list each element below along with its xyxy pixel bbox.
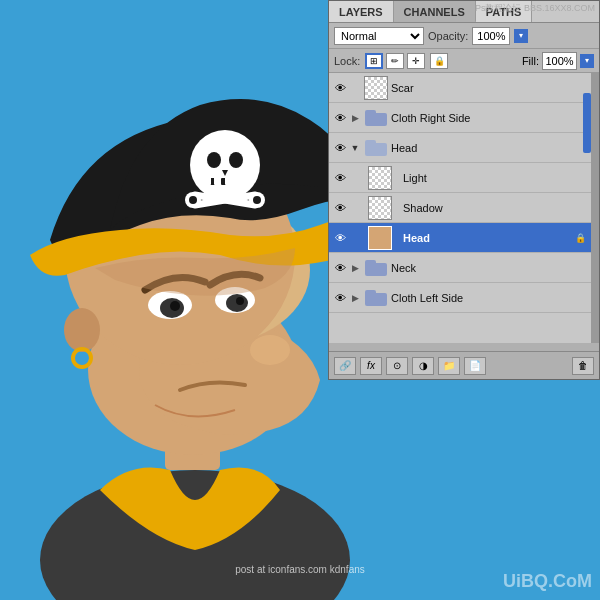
mask-icon[interactable]: ⊙ [386, 357, 408, 375]
layer-name-neck: Neck [391, 262, 589, 274]
layer-name-head: Head [395, 232, 574, 244]
svg-point-29 [250, 335, 290, 365]
lock-indicator-head: 🔒 [574, 232, 586, 244]
lock-pixels-icon[interactable]: ✏ [386, 53, 404, 69]
layers-panel: LAYERS CHANNELS PATHS Normal Opacity: ▾ … [328, 0, 600, 380]
expand-arrow-neck[interactable]: ▶ [349, 262, 361, 274]
visibility-icon-head[interactable]: 👁 [331, 229, 349, 247]
fill-label: Fill: [522, 55, 539, 67]
layer-name-cloth-left: Cloth Left Side [391, 292, 589, 304]
lock-label: Lock: [334, 55, 360, 67]
folder-icon-cloth-right [365, 110, 387, 126]
folder-icon-cloth-left [365, 290, 387, 306]
layer-name-light: Light [395, 172, 589, 184]
tab-channels[interactable]: CHANNELS [394, 1, 476, 22]
svg-point-28 [236, 297, 244, 305]
fx-icon[interactable]: fx [360, 357, 382, 375]
layer-shadow[interactable]: 👁 Shadow [329, 193, 591, 223]
svg-point-22 [253, 196, 261, 204]
fill-arrow[interactable]: ▾ [580, 54, 594, 68]
layer-name-head-group: Head [391, 142, 589, 154]
svg-rect-15 [225, 177, 231, 185]
thumb-cloth-right [364, 106, 388, 130]
lock-transparent-icon[interactable]: ⊞ [365, 53, 383, 69]
expand-arrow-cloth-right[interactable]: ▶ [349, 112, 361, 124]
layer-name-cloth-right: Cloth Right Side [391, 112, 589, 124]
visibility-icon-cloth-left[interactable]: 👁 [331, 289, 349, 307]
new-group-icon[interactable]: 📁 [438, 357, 460, 375]
layer-scar[interactable]: 👁 Scar [329, 73, 591, 103]
layer-head[interactable]: 👁 Head 🔒 [329, 223, 591, 253]
layer-light[interactable]: 👁 Light [329, 163, 591, 193]
tab-layers[interactable]: LAYERS [329, 1, 394, 22]
lock-all-icon[interactable]: 🔒 [430, 53, 448, 69]
delete-icon[interactable]: 🗑 [572, 357, 594, 375]
svg-rect-14 [214, 177, 220, 185]
visibility-icon-shadow[interactable]: 👁 [331, 199, 349, 217]
visibility-icon-light[interactable]: 👁 [331, 169, 349, 187]
svg-rect-13 [205, 177, 211, 185]
blend-mode-select[interactable]: Normal [334, 27, 424, 45]
thumb-light [368, 166, 392, 190]
new-layer-icon[interactable]: 📄 [464, 357, 486, 375]
watermark-text: UiBQ.CoM [503, 571, 592, 592]
expand-arrow-head[interactable]: ▼ [349, 142, 361, 154]
scrollbar-thumb[interactable] [583, 93, 591, 153]
layer-name-scar: Scar [391, 82, 589, 94]
adjustment-icon[interactable]: ◑ [412, 357, 434, 375]
folder-icon-neck [365, 260, 387, 276]
svg-point-6 [64, 308, 100, 352]
layer-group-head[interactable]: 👁 ▼ Head [329, 133, 591, 163]
panel-bottom-bar: 🔗 fx ⊙ ◑ 📁 📄 🗑 [329, 351, 599, 379]
thumb-head-group [364, 136, 388, 160]
visibility-icon-head-group[interactable]: 👁 [331, 139, 349, 157]
blend-mode-row: Normal Opacity: ▾ [329, 23, 599, 49]
opacity-input[interactable] [472, 27, 510, 45]
thumb-cloth-left [364, 286, 388, 310]
svg-point-8 [190, 130, 260, 200]
layer-neck[interactable]: 👁 ▶ Neck [329, 253, 591, 283]
lock-row: Lock: ⊞ ✏ ✛ 🔒 Fill: ▾ [329, 49, 599, 73]
visibility-icon-cloth-right[interactable]: 👁 [331, 109, 349, 127]
thumb-shadow [368, 196, 392, 220]
visibility-icon-neck[interactable]: 👁 [331, 259, 349, 277]
expand-arrow-cloth-left[interactable]: ▶ [349, 292, 361, 304]
thumb-neck [364, 256, 388, 280]
layer-cloth-left[interactable]: 👁 ▶ Cloth Left Side [329, 283, 591, 313]
svg-point-9 [207, 152, 221, 168]
layers-list: 👁 Scar 👁 ▶ Cloth Right Side 👁 ▼ Head 👁 [329, 73, 599, 343]
visibility-icon-scar[interactable]: 👁 [331, 79, 349, 97]
ps-site-label: Ps教程论坛 BBS.16XX8.COM [475, 3, 595, 13]
svg-rect-16 [236, 177, 242, 185]
opacity-label: Opacity: [428, 30, 468, 42]
svg-point-25 [170, 301, 180, 311]
svg-point-10 [229, 152, 243, 168]
thumb-head [368, 226, 392, 250]
layer-name-shadow: Shadow [395, 202, 589, 214]
lock-position-icon[interactable]: ✛ [407, 53, 425, 69]
opacity-arrow[interactable]: ▾ [514, 29, 528, 43]
fill-input[interactable] [542, 52, 577, 70]
folder-icon-head [365, 140, 387, 156]
link-icon[interactable]: 🔗 [334, 357, 356, 375]
thumb-scar [364, 76, 388, 100]
svg-point-21 [189, 196, 197, 204]
layer-cloth-right[interactable]: 👁 ▶ Cloth Right Side [329, 103, 591, 133]
site-label: post at iconfans.com kdnfans [235, 564, 365, 575]
